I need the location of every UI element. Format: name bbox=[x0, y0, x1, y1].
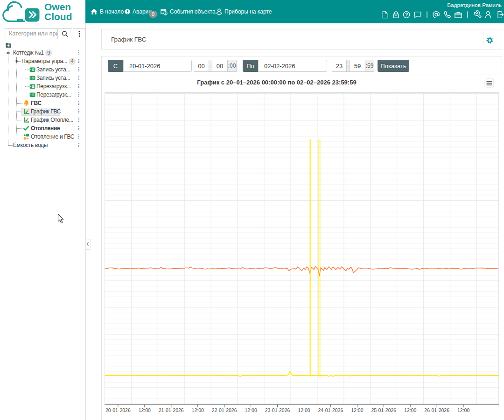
svg-text:12:00: 12:00 bbox=[298, 407, 310, 413]
svg-text:12:00: 12:00 bbox=[245, 407, 257, 413]
svg-text:График с 20–01–2026 00:00:00 п: График с 20–01–2026 00:00:00 по 02–02–20… bbox=[197, 79, 356, 86]
svg-text:12:00: 12:00 bbox=[457, 407, 469, 413]
svg-text:12:00: 12:00 bbox=[139, 407, 151, 413]
svg-text:12:00: 12:00 bbox=[351, 407, 363, 413]
svg-text:23-01-2026: 23-01-2026 bbox=[265, 407, 290, 413]
svg-text:21-01-2026: 21-01-2026 bbox=[159, 407, 184, 413]
svg-text:12:00: 12:00 bbox=[192, 407, 204, 413]
svg-text:24-01-2026: 24-01-2026 bbox=[318, 407, 343, 413]
svg-text:20-01-2026: 20-01-2026 bbox=[105, 407, 131, 413]
svg-text:12:00: 12:00 bbox=[404, 407, 416, 413]
svg-text:22-01-2026: 22-01-2026 bbox=[212, 407, 237, 413]
svg-text:26-01-2026: 26-01-2026 bbox=[424, 407, 449, 413]
svg-text:25-01-2026: 25-01-2026 bbox=[371, 407, 396, 413]
